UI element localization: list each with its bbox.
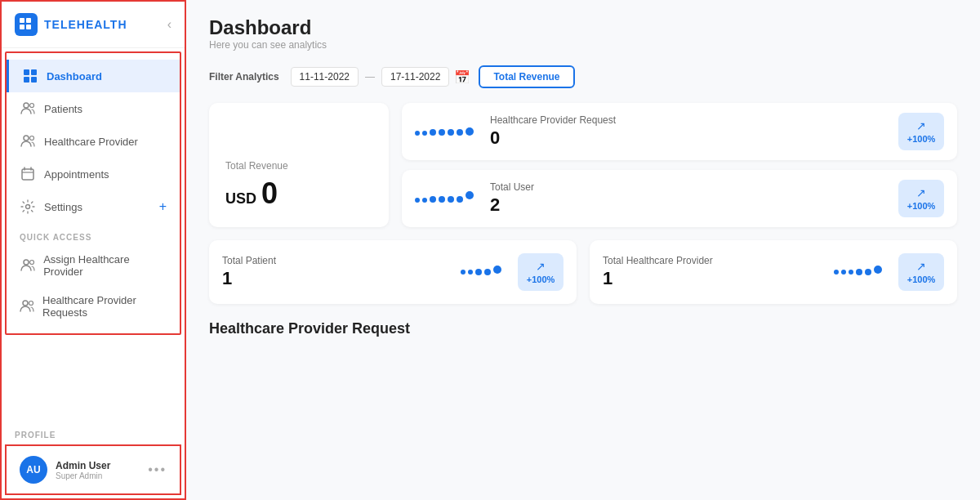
svg-point-11: [30, 136, 34, 141]
sidebar-item-assign-hp[interactable]: Assign Healthcare Provider: [7, 245, 180, 286]
sidebar-item-settings[interactable]: Settings +: [7, 190, 180, 223]
total-user-card: Total User 2 ↗ +100%: [402, 170, 957, 227]
settings-label: Settings: [44, 201, 82, 213]
sidebar-item-patients[interactable]: Patients: [7, 92, 180, 125]
healthcare-provider-label: Healthcare Provider: [44, 136, 138, 148]
section-heading: Healthcare Provider Request: [209, 320, 957, 337]
stats-top: Total Revenue USD 0 Health: [209, 103, 957, 227]
sidebar-item-dashboard[interactable]: Dashboard: [7, 60, 180, 92]
chart-dot: [422, 131, 427, 136]
svg-rect-1: [26, 18, 31, 23]
date-end[interactable]: 17-11-2022: [381, 67, 449, 87]
svg-point-14: [24, 260, 29, 265]
svg-rect-6: [24, 77, 29, 83]
chart-dot: [415, 131, 420, 136]
appointments-label: Appointments: [44, 168, 109, 181]
sidebar-item-hp-requests[interactable]: Healthcare Provider Requests: [7, 286, 180, 327]
total-hp-info: Total Healthcare Provider 1: [603, 255, 824, 289]
chart-dot: [457, 129, 463, 136]
sidebar-nav: Dashboard Patients: [7, 53, 180, 333]
sidebar-nav-section: Dashboard Patients: [5, 51, 181, 335]
collapse-icon[interactable]: ‹: [167, 17, 172, 32]
filter-row: Filter Analytics 11-11-2022 — 17-11-2022…: [209, 65, 957, 88]
assign-hp-label: Assign Healthcare Provider: [43, 253, 167, 278]
appointments-icon: [20, 166, 36, 182]
total-revenue-button[interactable]: Total Revenue: [479, 65, 574, 88]
page-title: Dashboard: [209, 16, 957, 39]
svg-rect-0: [20, 18, 24, 23]
svg-point-15: [29, 261, 33, 265]
logo-icon: [15, 13, 38, 36]
chart-dot: [461, 270, 466, 275]
trend-up-icon: ↗: [536, 260, 546, 273]
settings-plus-icon[interactable]: +: [159, 199, 167, 214]
stats-right: Healthcare Provider Request 0 ↗ +100%: [402, 103, 957, 227]
svg-point-13: [26, 205, 30, 209]
chart-dot: [448, 129, 454, 136]
dashboard-icon: [22, 68, 38, 84]
total-hp-label: Total Healthcare Provider: [603, 255, 824, 266]
chart-dot: [448, 196, 454, 203]
profile-role: Super Admin: [56, 471, 140, 480]
chart-dot: [849, 270, 853, 275]
svg-point-9: [30, 104, 34, 108]
total-patient-chart: [461, 268, 501, 276]
chart-dot: [834, 270, 839, 275]
chart-dot: [841, 270, 846, 275]
chart-dot: [856, 269, 862, 275]
chart-dot: [493, 266, 501, 274]
svg-rect-3: [26, 25, 31, 29]
total-user-info: Total User 2: [490, 181, 889, 216]
chart-dot: [874, 266, 882, 274]
total-user-label: Total User: [490, 181, 889, 193]
total-revenue-prefix: USD: [225, 190, 256, 208]
total-hp-value: 1: [603, 268, 824, 289]
total-hp-pct: +100%: [907, 275, 936, 284]
hp-request-value: 0: [490, 127, 889, 149]
calendar-icon[interactable]: 📅: [454, 69, 470, 85]
chart-dot: [457, 196, 463, 203]
assign-hp-icon: [20, 257, 35, 274]
chart-dot: [439, 196, 445, 203]
logo-text: TELEHEALTH: [44, 18, 127, 31]
sidebar-item-appointments[interactable]: Appointments: [7, 158, 180, 190]
svg-point-16: [23, 301, 28, 306]
sidebar: TELEHEALTH ‹ Dashboard: [0, 0, 186, 500]
chart-dot: [415, 198, 420, 203]
profile-name: Admin User: [56, 460, 140, 471]
svg-point-8: [24, 103, 29, 108]
profile-menu-dots[interactable]: •••: [148, 462, 167, 477]
date-start[interactable]: 11-11-2022: [291, 67, 359, 87]
date-range: 11-11-2022 — 17-11-2022 📅: [291, 67, 471, 87]
profile-info: Admin User Super Admin: [56, 460, 140, 480]
total-patient-info: Total Patient 1: [222, 255, 451, 289]
sidebar-item-healthcare-provider[interactable]: Healthcare Provider: [7, 125, 180, 158]
patients-icon: [20, 100, 36, 117]
svg-point-17: [29, 301, 33, 306]
total-hp-card: Total Healthcare Provider 1 ↗ +100%: [590, 240, 957, 304]
hp-request-label: Healthcare Provider Request: [490, 114, 889, 126]
total-patient-value: 1: [222, 268, 451, 289]
chart-dot: [466, 127, 474, 136]
total-patient-trend: ↗ +100%: [518, 253, 564, 291]
chart-dot: [430, 129, 436, 136]
svg-rect-2: [20, 25, 24, 29]
total-revenue-value: 0: [261, 176, 278, 211]
total-revenue-card: Total Revenue USD 0: [209, 103, 389, 227]
svg-rect-12: [22, 169, 33, 180]
sidebar-logo: TELEHEALTH ‹: [2, 2, 185, 48]
page-subtitle: Here you can see analytics: [209, 39, 957, 51]
filter-label: Filter Analytics: [209, 71, 279, 83]
total-user-pct: +100%: [907, 201, 936, 211]
total-patient-pct: +100%: [527, 275, 555, 284]
total-user-value: 2: [490, 194, 889, 216]
total-patient-card: Total Patient 1 ↗ +100%: [209, 240, 577, 304]
quick-access-label: QUICK ACCESS: [7, 223, 180, 245]
hp-requests-icon: [20, 298, 34, 315]
avatar: AU: [20, 456, 47, 484]
hp-request-card: Healthcare Provider Request 0 ↗ +100%: [402, 103, 957, 160]
total-user-trend: ↗ +100%: [898, 180, 944, 217]
chart-dot: [475, 269, 482, 275]
trend-up-icon: ↗: [916, 260, 926, 273]
chart-dot: [422, 198, 427, 203]
